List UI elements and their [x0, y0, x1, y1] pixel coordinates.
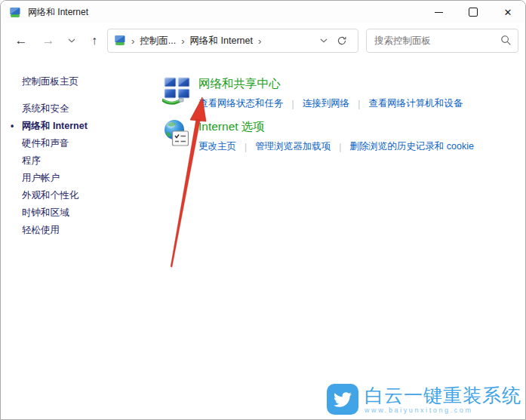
back-button[interactable]: ←: [8, 28, 35, 54]
refresh-button[interactable]: [332, 35, 352, 46]
category-text: Internet 选项 更改主页 | 管理浏览器加载项 | 删除浏览的历史记录和…: [198, 118, 474, 153]
network-sharing-center-icon[interactable]: [162, 75, 192, 106]
sidebar-item-appearance[interactable]: 外观和个性化: [22, 187, 162, 204]
main-panel: 网络和共享中心 查看网络状态和任务 | 连接到网络 | 查看网络计算机和设备: [162, 73, 474, 239]
sidebar-item-hardware-sound[interactable]: 硬件和声音: [22, 135, 162, 152]
recent-locations-button[interactable]: [62, 28, 82, 54]
forward-icon: →: [42, 33, 55, 48]
address-bar: › 控制面... › 网络和 Internet ›: [107, 29, 358, 53]
window-title: 网络和 Internet: [28, 6, 88, 19]
back-icon: ←: [15, 33, 28, 48]
internet-options-icon[interactable]: [162, 118, 192, 149]
network-sharing-center-title[interactable]: 网络和共享中心: [198, 76, 463, 92]
chevron-down-icon: [320, 38, 328, 43]
control-panel-icon: [9, 6, 21, 18]
link-view-network-status[interactable]: 查看网络状态和任务: [198, 97, 284, 110]
address-dropdown-button[interactable]: [315, 38, 332, 43]
search-icon: [500, 35, 512, 46]
sidebar-item-label: 网络和 Internet: [22, 121, 88, 131]
breadcrumb-network-internet[interactable]: 网络和 Internet: [190, 35, 253, 48]
window-controls: ✕: [421, 1, 525, 23]
link-change-homepage[interactable]: 更改主页: [198, 140, 236, 153]
up-button[interactable]: ↑: [82, 28, 107, 54]
watermark-brand: 白云一键重装系统: [365, 385, 521, 406]
content-area: 控制面板主页 系统和安全 • 网络和 Internet 硬件和声音 程序 用户帐…: [1, 58, 525, 239]
link-separator: |: [339, 142, 341, 152]
breadcrumb-control-panel[interactable]: 控制面...: [140, 35, 176, 48]
internet-options-title[interactable]: Internet 选项: [198, 119, 474, 135]
link-delete-history-cookies[interactable]: 删除浏览的历史记录和 cookie: [349, 140, 474, 153]
close-button[interactable]: ✕: [491, 1, 525, 23]
sidebar-item-programs[interactable]: 程序: [22, 152, 162, 170]
sidebar-item-home[interactable]: 控制面板主页: [22, 73, 162, 90]
sidebar-item-user-accounts[interactable]: 用户帐户: [22, 170, 162, 187]
category-internet-options: Internet 选项 更改主页 | 管理浏览器加载项 | 删除浏览的历史记录和…: [162, 118, 474, 153]
breadcrumb-separator-icon: ›: [258, 35, 261, 47]
category-links: 更改主页 | 管理浏览器加载项 | 删除浏览的历史记录和 cookie: [198, 140, 474, 153]
watermark: 白云一键重装系统 www.baiyunxitong.com: [322, 381, 523, 418]
search-input[interactable]: [366, 29, 518, 53]
close-icon: ✕: [504, 7, 512, 18]
control-panel-location-icon: [114, 34, 126, 48]
chevron-down-icon: [68, 38, 75, 43]
link-connect-to-network[interactable]: 连接到网络: [303, 97, 350, 110]
forward-button[interactable]: →: [35, 28, 62, 54]
selected-bullet-icon: •: [11, 118, 14, 135]
watermark-text: 白云一键重装系统 www.baiyunxitong.com: [365, 385, 521, 414]
sidebar-item-clock-region[interactable]: 时钟和区域: [22, 204, 162, 222]
maximize-icon: [469, 8, 478, 17]
link-separator: |: [292, 99, 294, 109]
sidebar-item-system-security[interactable]: 系统和安全: [22, 100, 162, 118]
watermark-url: www.baiyunxitong.com: [365, 406, 521, 414]
category-links: 查看网络状态和任务 | 连接到网络 | 查看网络计算机和设备: [198, 97, 463, 110]
title-bar: 网络和 Internet ✕: [1, 1, 525, 23]
link-separator: |: [358, 99, 360, 109]
sidebar-item-ease-of-access[interactable]: 轻松使用: [22, 222, 162, 239]
sidebar-item-network-internet[interactable]: • 网络和 Internet: [22, 118, 162, 135]
search-box: [366, 29, 518, 53]
watermark-bird-icon: [327, 384, 358, 415]
maximize-button[interactable]: [456, 1, 491, 23]
minimize-button[interactable]: [421, 1, 456, 23]
up-icon: ↑: [91, 34, 97, 48]
category-network-sharing-center: 网络和共享中心 查看网络状态和任务 | 连接到网络 | 查看网络计算机和设备: [162, 75, 474, 110]
link-view-network-computers[interactable]: 查看网络计算机和设备: [368, 97, 463, 110]
link-separator: |: [245, 142, 247, 152]
refresh-icon: [337, 35, 347, 46]
link-manage-browser-addons[interactable]: 管理浏览器加载项: [255, 140, 331, 153]
navigation-toolbar: ← → ↑ › 控制面... › 网络和 Internet ›: [1, 23, 525, 58]
breadcrumb-separator-icon: ›: [131, 35, 134, 47]
minimize-icon: [435, 12, 443, 13]
sidebar: 控制面板主页 系统和安全 • 网络和 Internet 硬件和声音 程序 用户帐…: [1, 73, 162, 239]
breadcrumb-separator-icon: ›: [181, 35, 184, 47]
category-text: 网络和共享中心 查看网络状态和任务 | 连接到网络 | 查看网络计算机和设备: [198, 75, 463, 110]
